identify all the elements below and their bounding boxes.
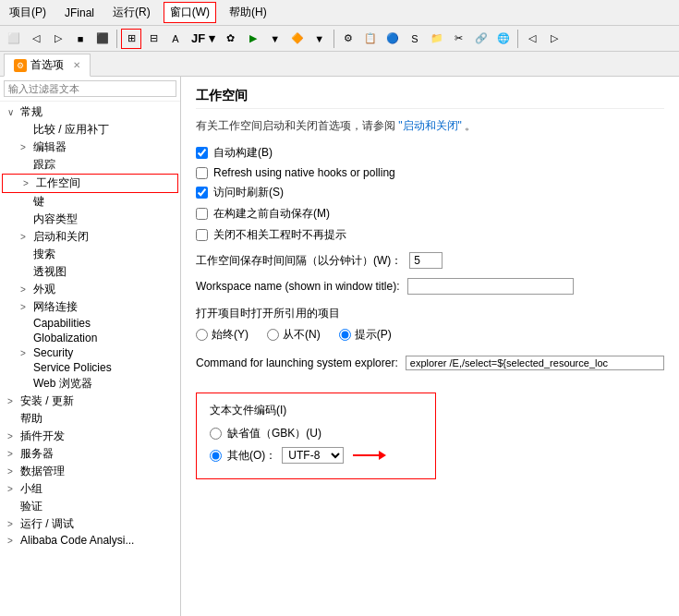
tab-preferences[interactable]: ⚙ 首选项 ✕ — [4, 54, 91, 77]
sidebar-item-group[interactable]: > 小组 — [0, 480, 180, 498]
toolbar-btn-2[interactable]: ◁ — [26, 29, 46, 49]
sidebar-label-security: Security — [33, 346, 73, 359]
arrow-annotation — [353, 451, 386, 460]
radio-always-input[interactable] — [196, 329, 208, 341]
sidebar-item-server[interactable]: > 服务器 — [0, 445, 180, 463]
sidebar-item-trace[interactable]: 跟踪 — [0, 156, 180, 174]
toolbar-btn-10[interactable]: ▶ — [243, 29, 263, 49]
encoding-other-label: 其他(O)： — [227, 448, 276, 464]
toolbar-btn-6[interactable]: ⊞ — [121, 29, 141, 49]
menu-project[interactable]: 项目(P) — [4, 3, 52, 22]
sidebar-item-web-browser[interactable]: Web 浏览器 — [0, 375, 180, 393]
radio-prompt-input[interactable] — [339, 329, 351, 341]
radio-never-input[interactable] — [267, 329, 279, 341]
sidebar-label-web-browser: Web 浏览器 — [33, 376, 92, 392]
sidebar-label-globalization: Globalization — [33, 332, 97, 344]
save-interval-input[interactable] — [409, 252, 443, 269]
sidebar-item-plugin-dev[interactable]: > 插件开发 — [0, 428, 180, 445]
sidebar-item-workspace[interactable]: > 工作空间 — [2, 174, 178, 193]
toolbar-btn-3[interactable]: ▷ — [48, 29, 68, 49]
sidebar-item-appearance[interactable]: > 外观 — [0, 281, 180, 298]
refresh-access-checkbox[interactable] — [196, 187, 208, 199]
refresh-hooks-checkbox[interactable] — [196, 167, 208, 179]
arrow-alibaba: > — [7, 536, 20, 546]
encoding-select[interactable]: UTF-8 GBK UTF-16 — [282, 447, 344, 464]
explorer-input[interactable] — [406, 356, 664, 370]
encoding-other-radio[interactable] — [210, 450, 222, 462]
menu-help[interactable]: 帮助(H) — [224, 3, 273, 22]
main-layout: ∨ 常规 比较 / 应用补丁 > 编辑器 跟踪 > 工作空间 键 — [0, 77, 679, 616]
sidebar: ∨ 常规 比较 / 应用补丁 > 编辑器 跟踪 > 工作空间 键 — [0, 77, 181, 616]
sidebar-label-alibaba: Alibaba Code Analysi... — [20, 534, 134, 547]
sidebar-item-alibaba[interactable]: > Alibaba Code Analysi... — [0, 533, 180, 548]
menu-window[interactable]: 窗口(W) — [164, 2, 216, 23]
sidebar-item-run-debug[interactable]: > 运行 / 调试 — [0, 515, 180, 533]
toolbar-btn-1[interactable]: ⬜ — [4, 29, 24, 49]
open-ref-label: 打开项目时打开所引用的项目 — [196, 306, 664, 321]
toolbar-btn-20[interactable]: 🔗 — [471, 29, 491, 49]
sidebar-item-service-policies[interactable]: Service Policies — [0, 360, 180, 375]
toolbar-btn-16[interactable]: 🔵 — [382, 29, 403, 49]
sidebar-item-content-types[interactable]: 内容类型 — [0, 211, 180, 228]
menu-run[interactable]: 运行(R) — [107, 3, 156, 22]
toolbar-btn-11[interactable]: ▼ — [265, 29, 285, 49]
sidebar-item-general[interactable]: ∨ 常规 — [0, 103, 180, 121]
auto-save-checkbox[interactable] — [196, 208, 208, 220]
toolbar-sep-1 — [116, 30, 117, 48]
toolbar-btn-18[interactable]: 📁 — [427, 29, 447, 49]
toolbar-btn-21[interactable]: 🌐 — [493, 29, 514, 49]
save-interval-label: 工作空间保存时间间隔（以分钟计）(W)： — [196, 253, 402, 269]
sidebar-item-keys[interactable]: 键 — [0, 193, 180, 211]
workspace-name-input[interactable] — [407, 278, 574, 295]
toolbar-btn-7[interactable]: ⊟ — [143, 29, 164, 49]
desc-link[interactable]: "启动和关闭" — [398, 119, 462, 132]
open-ref-radio-group: 始终(Y) 从不(N) 提示(P) — [196, 327, 664, 346]
sidebar-label-group: 小组 — [20, 481, 42, 497]
sidebar-item-search[interactable]: 搜索 — [0, 246, 180, 263]
toolbar-btn-22[interactable]: ◁ — [522, 29, 542, 49]
sidebar-item-security[interactable]: > Security — [0, 345, 180, 360]
toolbar-btn-9[interactable]: ✿ — [221, 29, 241, 49]
sidebar-item-globalization[interactable]: Globalization — [0, 331, 180, 345]
menu-jfinal[interactable]: JFinal — [59, 5, 100, 21]
encoding-box: 文本文件编码(I) 缺省值（GBK）(U) 其他(O)： UTF-8 GBK U… — [196, 393, 436, 479]
desc-suffix: 。 — [465, 119, 476, 132]
sidebar-label-service-policies: Service Policies — [33, 361, 112, 374]
toolbar-btn-23[interactable]: ▷ — [544, 29, 564, 49]
filter-input[interactable] — [4, 80, 176, 97]
sidebar-item-data-mgmt[interactable]: > 数据管理 — [0, 463, 180, 480]
sidebar-item-editor[interactable]: > 编辑器 — [0, 139, 180, 156]
arrow-security: > — [20, 348, 33, 358]
tab-close-icon[interactable]: ✕ — [73, 60, 80, 70]
encoding-gbk-radio[interactable] — [210, 428, 222, 440]
sidebar-label-run-debug: 运行 / 调试 — [20, 516, 74, 532]
toolbar-btn-13[interactable]: ▼ — [309, 29, 330, 49]
toolbar-btn-19[interactable]: ✂ — [449, 29, 469, 49]
toolbar-btn-14[interactable]: ⚙ — [338, 29, 358, 49]
sidebar-item-perspective[interactable]: 透视图 — [0, 263, 180, 281]
sidebar-item-capabilities[interactable]: Capabilities — [0, 316, 180, 331]
toolbar-btn-4[interactable]: ■ — [70, 29, 91, 49]
sidebar-item-startup[interactable]: > 启动和关闭 — [0, 228, 180, 246]
toolbar-btn-8[interactable]: A — [165, 29, 186, 49]
toolbar-btn-17[interactable]: S — [405, 29, 425, 49]
auto-build-checkbox[interactable] — [196, 147, 208, 159]
sidebar-item-install[interactable]: > 安装 / 更新 — [0, 393, 180, 410]
no-prompt-checkbox[interactable] — [196, 229, 208, 241]
sidebar-label-content-types: 内容类型 — [33, 211, 78, 227]
sidebar-item-validate[interactable]: 验证 — [0, 498, 180, 515]
radio-never: 从不(N) — [267, 327, 321, 343]
sidebar-label-capabilities: Capabilities — [33, 317, 91, 330]
toolbar-btn-5[interactable]: ⬛ — [92, 29, 113, 49]
toolbar-jf-label[interactable]: JF ▾ — [188, 31, 219, 45]
sidebar-item-help[interactable]: 帮助 — [0, 410, 180, 428]
auto-build-label: 自动构建(B) — [213, 145, 273, 161]
toolbar-sep-2 — [333, 30, 334, 48]
toolbar-btn-12[interactable]: 🔶 — [287, 29, 308, 49]
page-title: 工作空间 — [196, 88, 664, 109]
arrow-editor: > — [20, 142, 33, 152]
toolbar-btn-15[interactable]: 📋 — [360, 29, 381, 49]
sidebar-item-compare[interactable]: 比较 / 应用补丁 — [0, 121, 180, 139]
sidebar-item-network[interactable]: > 网络连接 — [0, 298, 180, 316]
sidebar-label-install: 安装 / 更新 — [20, 393, 74, 409]
